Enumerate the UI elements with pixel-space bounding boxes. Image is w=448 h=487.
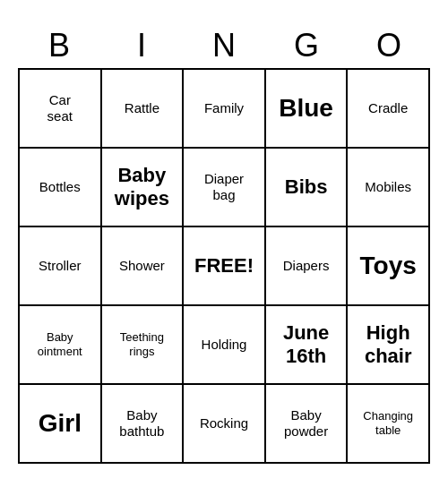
- cell-text: Holding: [202, 337, 247, 353]
- bingo-cell: Cradle: [348, 70, 430, 149]
- bingo-cell: Babypowder: [266, 385, 349, 464]
- bingo-cell: Shower: [102, 227, 185, 306]
- bingo-cell: Bibs: [266, 149, 349, 227]
- cell-text: Rattle: [125, 100, 159, 116]
- header-letter: N: [183, 23, 265, 68]
- cell-text: Bottles: [39, 179, 81, 195]
- bingo-cell: Mobiles: [348, 149, 430, 227]
- bingo-cell: Blue: [266, 70, 349, 149]
- bingo-cell: Teethingrings: [102, 306, 185, 385]
- cell-text: Babyointment: [38, 330, 82, 358]
- cell-text: Rocking: [200, 415, 248, 431]
- cell-text: Diaperbag: [204, 171, 244, 203]
- bingo-cell: Babybathtub: [102, 385, 185, 464]
- bingo-cell: Holding: [184, 306, 266, 385]
- cell-text: Mobiles: [365, 179, 411, 195]
- bingo-cell: Bottles: [20, 149, 102, 227]
- cell-text: Changingtable: [363, 409, 413, 437]
- header-letter: G: [265, 23, 348, 68]
- cell-text: FREE!: [194, 254, 254, 278]
- bingo-cell: Family: [184, 70, 266, 149]
- bingo-cell: Diaperbag: [184, 149, 266, 227]
- cell-text: Family: [204, 100, 244, 116]
- bingo-cell: Carseat: [20, 70, 102, 149]
- cell-text: Babybathtub: [119, 407, 164, 440]
- header-letter: B: [18, 23, 100, 68]
- cell-text: Babywipes: [115, 164, 169, 211]
- cell-text: Shower: [119, 258, 165, 274]
- bingo-cell: Rattle: [102, 70, 185, 149]
- bingo-header: BINGO: [18, 23, 430, 68]
- bingo-card: BINGO CarseatRattleFamilyBlueCradleBottl…: [18, 23, 430, 464]
- cell-text: Teethingrings: [120, 330, 164, 358]
- bingo-cell: Changingtable: [348, 385, 430, 464]
- bingo-cell: Babywipes: [102, 149, 185, 227]
- cell-text: Toys: [360, 251, 417, 281]
- header-letter: O: [348, 23, 430, 68]
- cell-text: Stroller: [39, 258, 82, 274]
- bingo-cell: Diapers: [266, 227, 349, 306]
- bingo-cell: June16th: [266, 306, 349, 385]
- cell-text: Bibs: [285, 175, 328, 199]
- cell-text: Babypowder: [284, 407, 328, 440]
- header-letter: I: [100, 23, 183, 68]
- cell-text: Girl: [39, 408, 82, 439]
- bingo-cell: Toys: [348, 227, 430, 306]
- bingo-cell: Babyointment: [20, 306, 102, 385]
- cell-text: Diapers: [283, 258, 330, 274]
- cell-text: Blue: [279, 93, 333, 124]
- bingo-cell: Highchair: [348, 306, 430, 385]
- cell-text: June16th: [283, 321, 329, 369]
- cell-text: Highchair: [365, 321, 412, 369]
- cell-text: Carseat: [47, 92, 73, 124]
- bingo-grid: CarseatRattleFamilyBlueCradleBottlesBaby…: [18, 68, 430, 464]
- bingo-cell: Rocking: [184, 385, 266, 464]
- bingo-cell: Girl: [20, 385, 102, 464]
- bingo-cell: FREE!: [184, 227, 266, 306]
- bingo-cell: Stroller: [20, 227, 102, 306]
- cell-text: Cradle: [368, 100, 408, 116]
